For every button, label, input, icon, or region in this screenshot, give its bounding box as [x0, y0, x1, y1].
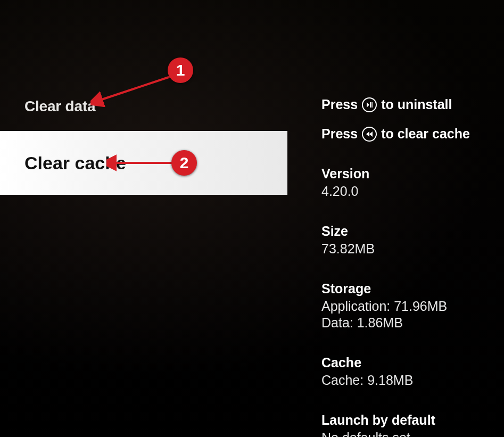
hint-clear-cache: Press to clear cache — [321, 126, 502, 142]
storage-label: Storage — [321, 281, 502, 296]
hint-clear-cache-prefix: Press — [321, 126, 358, 142]
hint-uninstall-suffix: to uninstall — [381, 97, 452, 112]
info-cache: Cache Cache: 9.18MB — [321, 355, 502, 388]
info-launch-default: Launch by default No defaults set. — [321, 413, 502, 437]
storage-application: Application: 71.96MB — [321, 299, 502, 314]
size-value: 73.82MB — [321, 241, 502, 257]
annotation-badge-2: 2 — [171, 150, 197, 176]
launch-value: No defaults set. — [321, 430, 502, 437]
hint-clear-cache-suffix: to clear cache — [381, 126, 470, 142]
info-size: Size 73.82MB — [321, 224, 502, 257]
cache-value: Cache: 9.18MB — [321, 373, 502, 388]
size-label: Size — [321, 224, 502, 239]
svg-marker-0 — [367, 102, 369, 108]
hint-uninstall-prefix: Press — [321, 97, 358, 112]
info-storage: Storage Application: 71.96MB Data: 1.86M… — [321, 281, 502, 331]
version-value: 4.20.0 — [321, 184, 502, 199]
svg-marker-3 — [366, 131, 369, 137]
menu-item-clear-cache[interactable]: Clear cache — [0, 131, 287, 195]
launch-label: Launch by default — [321, 413, 502, 428]
play-pause-button-icon — [362, 97, 377, 112]
cache-label: Cache — [321, 355, 502, 370]
annotation-badge-1: 1 — [168, 57, 193, 83]
rewind-button-icon — [362, 127, 377, 142]
version-label: Version — [321, 166, 502, 182]
svg-marker-4 — [369, 131, 373, 137]
app-info-panel: Press to uninstall Press to clear cache … — [321, 97, 502, 437]
hint-uninstall: Press to uninstall — [321, 97, 502, 112]
storage-data: Data: 1.86MB — [321, 315, 502, 331]
menu-item-clear-data[interactable]: Clear data — [0, 93, 120, 120]
info-version: Version 4.20.0 — [321, 166, 502, 199]
